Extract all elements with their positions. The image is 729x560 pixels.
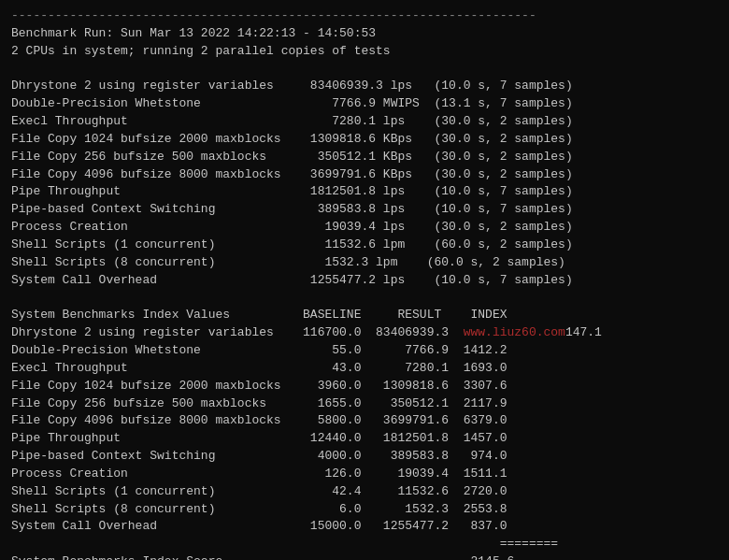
result-line-6: Pipe Throughput 1812501.8 lps (10.0 s, 7… <box>11 183 718 201</box>
result-line-3: File Copy 1024 bufsize 2000 maxblocks 13… <box>11 131 718 149</box>
cpu-info-line: 2 CPUs in system; running 2 parallel cop… <box>11 43 718 61</box>
index-row-5: File Copy 4096 bufsize 8000 maxblocks 58… <box>11 412 718 430</box>
result-line-4: File Copy 256 bufsize 500 maxblocks 3505… <box>11 149 718 166</box>
index-row-7: Pipe-based Context Switching 4000.0 3895… <box>11 448 718 466</box>
terminal-output: ----------------------------------------… <box>11 7 718 560</box>
result-line-8: Process Creation 19039.4 lps (30.0 s, 2 … <box>11 219 718 237</box>
result-line-2: Execl Throughput 7280.1 lps (30.0 s, 2 s… <box>11 113 718 131</box>
benchmark-run-line: Benchmark Run: Sun Mar 13 2022 14:22:13 … <box>11 25 718 43</box>
index-row-0: Dhrystone 2 using register variables 116… <box>11 324 718 342</box>
index-row-1: Double-Precision Whetstone 55.0 7766.9 1… <box>11 342 718 360</box>
result-line-5: File Copy 4096 bufsize 8000 maxblocks 36… <box>11 166 718 184</box>
result-line-10: Shell Scripts (8 concurrent) 1532.3 lpm … <box>11 254 718 272</box>
index-row-2: Execl Throughput 43.0 7280.1 1693.0 <box>11 360 718 378</box>
index-row-4: File Copy 256 bufsize 500 maxblocks 1655… <box>11 395 718 413</box>
index-row-11: System Call Overhead 15000.0 1255477.2 8… <box>11 518 718 536</box>
index-row-10: Shell Scripts (8 concurrent) 6.0 1532.3 … <box>11 501 718 519</box>
index-row-8: Process Creation 126.0 19039.4 1511.1 <box>11 466 718 483</box>
index-row-9: Shell Scripts (1 concurrent) 42.4 11532.… <box>11 483 718 501</box>
result-line-9: Shell Scripts (1 concurrent) 11532.6 lpm… <box>11 237 718 254</box>
separator-line: ----------------------------------------… <box>11 7 718 25</box>
result-line-11: System Call Overhead 1255477.2 lps (10.0… <box>11 272 718 290</box>
score-line: System Benchmarks Index Score 2145.6 <box>11 553 718 560</box>
equals-separator: ======== <box>11 536 718 553</box>
index-row-3: File Copy 1024 bufsize 2000 maxblocks 39… <box>11 378 718 395</box>
result-line-1: Double-Precision Whetstone 7766.9 MWIPS … <box>11 95 718 113</box>
result-line-0: Dhrystone 2 using register variables 834… <box>11 78 718 95</box>
index-row-6: Pipe Throughput 12440.0 1812501.8 1457.0 <box>11 430 718 448</box>
result-line-7: Pipe-based Context Switching 389583.8 lp… <box>11 201 718 219</box>
index-header-line: System Benchmarks Index Values BASELINE … <box>11 307 718 324</box>
